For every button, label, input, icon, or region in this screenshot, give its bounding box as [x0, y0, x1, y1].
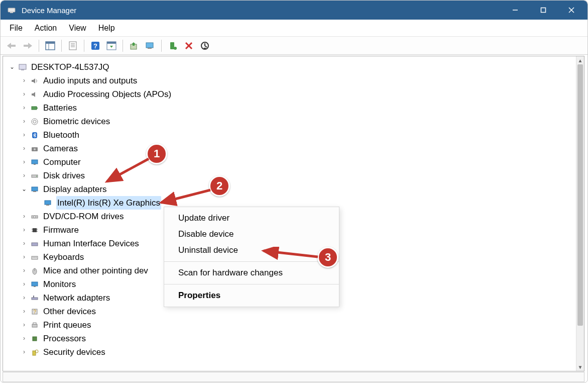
monitor-icon [29, 157, 40, 168]
svg-text:?: ? [93, 42, 97, 50]
chevron-right-icon[interactable]: › [20, 171, 28, 180]
properties-button[interactable] [65, 39, 80, 53]
menu-file[interactable]: File [4, 21, 29, 36]
chevron-right-icon[interactable]: › [20, 103, 28, 113]
chevron-right-icon[interactable]: › [20, 334, 28, 343]
chevron-right-icon[interactable]: › [20, 279, 28, 289]
scrollbar-thumb[interactable] [577, 64, 583, 326]
menu-help[interactable]: Help [92, 21, 121, 36]
context-scan-hardware[interactable]: Scan for hardware changes [164, 265, 339, 281]
tree-item-cameras[interactable]: ›Cameras [5, 142, 574, 155]
menubar: File Action View Help [1, 20, 587, 37]
context-uninstall-device[interactable]: Uninstall device [164, 242, 339, 258]
chevron-right-icon[interactable]: › [20, 266, 28, 275]
speaker-icon [29, 89, 40, 100]
chevron-right-icon[interactable]: › [20, 144, 28, 153]
scan-hardware-button[interactable] [143, 39, 158, 53]
chevron-right-icon[interactable]: › [20, 293, 28, 303]
svg-rect-20 [146, 43, 153, 48]
context-separator [164, 284, 339, 284]
disk-icon [29, 170, 40, 181]
titlebar: Device Manager [1, 1, 587, 20]
chevron-right-icon[interactable]: › [20, 76, 28, 85]
tree-item-batteries[interactable]: ›Batteries [5, 101, 574, 115]
disc-drive-icon [29, 211, 40, 222]
chevron-right-icon[interactable]: › [20, 225, 28, 235]
tree-item-audio-apos[interactable]: ›Audio Processing Objects (APOs) [5, 87, 574, 101]
scroll-up-arrow-icon[interactable]: ▲ [576, 56, 584, 64]
tree-item-processors[interactable]: ›Processors [5, 332, 574, 345]
svg-rect-9 [46, 42, 55, 44]
context-properties[interactable]: Properties [164, 288, 339, 304]
tree-item-computer[interactable]: ›Computer [5, 155, 574, 169]
chevron-right-icon[interactable]: › [20, 307, 28, 316]
close-button[interactable] [557, 1, 585, 20]
menu-view[interactable]: View [63, 21, 92, 36]
forward-button[interactable] [20, 39, 35, 53]
chevron-right-icon[interactable]: › [20, 117, 28, 126]
maximize-button[interactable] [529, 1, 557, 20]
action-button[interactable] [104, 39, 119, 53]
chevron-right-icon[interactable]: › [20, 89, 28, 99]
svg-point-54 [34, 257, 35, 257]
battery-icon [29, 103, 40, 114]
context-update-driver[interactable]: Update driver [164, 210, 339, 226]
computer-root-icon [17, 62, 28, 73]
tree-item-security-devices[interactable]: ›Security devices [5, 345, 574, 359]
annotation-badge-3: 3 [317, 247, 338, 268]
svg-rect-22 [170, 42, 174, 49]
tree-item-print-queues[interactable]: ›Print queues [5, 318, 574, 332]
chevron-down-icon[interactable]: ⌄ [20, 184, 28, 194]
chevron-right-icon[interactable]: › [20, 157, 28, 167]
tree-item-audio-inputs[interactable]: ›Audio inputs and outputs [5, 74, 574, 87]
hid-icon [29, 238, 40, 249]
tree-item-display-adapters[interactable]: ⌄Display adapters [5, 182, 574, 196]
context-separator [164, 261, 339, 262]
uninstall-device-button[interactable] [181, 39, 196, 53]
disable-device-button[interactable] [197, 39, 212, 53]
chevron-right-icon[interactable]: › [20, 347, 28, 357]
svg-rect-29 [32, 107, 37, 110]
svg-rect-52 [32, 256, 38, 259]
svg-rect-40 [32, 187, 38, 191]
back-button[interactable] [4, 39, 19, 53]
svg-rect-7 [24, 45, 29, 47]
minimize-button[interactable] [501, 1, 529, 20]
svg-rect-66 [33, 337, 37, 341]
menu-action[interactable]: Action [29, 21, 63, 36]
annotation-badge-2: 2 [209, 175, 230, 197]
speaker-icon [29, 75, 40, 86]
tree-root[interactable]: ⌄ DESKTOP-4L537JQ [5, 60, 574, 74]
svg-rect-30 [37, 108, 38, 109]
show-hide-tree-button[interactable] [43, 39, 58, 53]
annotation-badge-1: 1 [146, 143, 167, 164]
tree-item-biometric[interactable]: ›Biometric devices [5, 115, 574, 128]
network-icon [29, 293, 40, 304]
bluetooth-icon [29, 130, 40, 141]
chevron-right-icon[interactable]: › [20, 130, 28, 140]
printer-icon [29, 320, 40, 331]
svg-rect-59 [34, 286, 36, 287]
chevron-right-icon[interactable]: › [20, 212, 28, 221]
chevron-right-icon[interactable]: › [20, 239, 28, 248]
toolbar: ? [1, 37, 587, 55]
update-driver-button[interactable] [127, 39, 142, 53]
security-icon [29, 347, 40, 358]
svg-text:?: ? [33, 309, 36, 315]
vertical-scrollbar[interactable]: ▲ ▼ [576, 56, 584, 371]
chevron-right-icon[interactable]: › [20, 252, 28, 262]
chevron-right-icon[interactable]: › [20, 320, 28, 330]
svg-rect-0 [8, 8, 15, 12]
window-title: Device Manager [22, 6, 501, 15]
svg-rect-43 [46, 205, 49, 206]
enable-device-button[interactable] [165, 39, 180, 53]
scroll-down-arrow-icon[interactable]: ▼ [576, 363, 584, 371]
monitor-icon [29, 279, 40, 290]
tree-item-bluetooth[interactable]: ›Bluetooth [5, 128, 574, 142]
tree-item-disk-drives[interactable]: ›Disk drives [5, 169, 574, 182]
chevron-down-icon[interactable]: ⌄ [8, 62, 16, 72]
context-disable-device[interactable]: Disable device [164, 226, 339, 242]
status-bar [3, 372, 584, 382]
device-manager-icon [7, 5, 17, 15]
help-button[interactable]: ? [88, 39, 103, 53]
